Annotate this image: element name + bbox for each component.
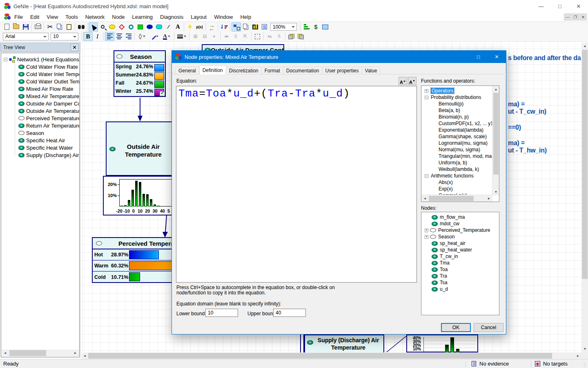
equation-input[interactable]: Tma=Toa*u_d+(Tra-Tra*u_d) [176, 86, 417, 283]
chart-window-button[interactable] [250, 22, 260, 31]
menu-file[interactable]: File [11, 13, 27, 21]
canvas-horizontal-scrollbar[interactable]: ◄ ► [81, 352, 581, 359]
print-button[interactable] [33, 22, 42, 31]
function-item[interactable]: Weibull(lambda, k) [421, 166, 499, 173]
tab-discretization[interactable]: Discretization [226, 67, 262, 74]
function-item[interactable]: CustomPDF(x1, x2, ... y1, y2, ... [421, 120, 499, 127]
font-select[interactable]: Arial [3, 33, 49, 40]
line-style-button[interactable] [176, 32, 188, 41]
bar-chart-view-button[interactable] [302, 22, 311, 31]
paste-button[interactable] [64, 22, 74, 31]
node-item[interactable]: mdot_cw [421, 220, 499, 227]
copy-button[interactable] [55, 22, 64, 31]
menu-edit[interactable]: Edit [27, 13, 43, 21]
menu-tools[interactable]: Tools [62, 13, 81, 21]
scroll-left-arrow[interactable]: ◄ [421, 195, 428, 202]
node-item[interactable]: sp_heat_air [421, 240, 499, 247]
scroll-up-arrow[interactable]: ▲ [492, 86, 499, 93]
zoom-tool[interactable] [98, 22, 107, 31]
align-right-button[interactable] [124, 32, 133, 41]
equation-node-tool[interactable] [126, 22, 136, 31]
scroll-up-arrow[interactable]: ▲ [581, 43, 588, 49]
node-supply-air-temperature[interactable]: Supply (Discharge) AirTemperature [304, 334, 384, 352]
function-group[interactable]: −Probability distributions [421, 94, 499, 101]
functions-horizontal-scrollbar[interactable]: ◄ ► [421, 195, 492, 202]
table-view-button[interactable] [321, 22, 330, 31]
invert-arc-button[interactable]: →← [207, 22, 216, 31]
scroll-down-arrow[interactable]: ▼ [492, 188, 499, 195]
function-item[interactable]: Exponential(lambda) [421, 127, 499, 133]
menu-view[interactable]: View [43, 13, 62, 21]
function-item[interactable]: Exp(x) [421, 186, 499, 192]
menu-help[interactable]: Help [236, 13, 255, 21]
tree-view-close-button[interactable]: ✕ [71, 44, 78, 51]
zoom-select[interactable]: 100% [270, 23, 297, 31]
find-button[interactable] [76, 22, 86, 31]
chance-node-tool[interactable] [107, 22, 117, 31]
tree-item[interactable]: Supply (Discharge) Air Temperature [1, 151, 79, 159]
tree-item[interactable]: Mixed Air Flow Rate [1, 85, 79, 92]
bring-front-button[interactable] [287, 32, 296, 41]
tree-item[interactable]: Specific Heat Water [1, 144, 79, 151]
tree-item[interactable]: Cold Water Outlet Temperature [1, 78, 79, 85]
distribute-horizontal-button[interactable]: ⇹ [222, 32, 231, 41]
spreadsheet-window-button[interactable] [260, 22, 269, 31]
node-item[interactable]: sp_heat_water [421, 247, 499, 253]
menu-window[interactable]: Window [210, 13, 236, 21]
window-maximize-button[interactable]: □ [550, 0, 569, 12]
send-back-button[interactable] [296, 32, 305, 41]
node-item[interactable]: Tma [421, 260, 499, 266]
save-button[interactable] [21, 22, 30, 31]
tree-item[interactable]: Specific Heat Air [1, 137, 79, 144]
decision-node-tool[interactable] [136, 22, 145, 31]
nodes-list[interactable]: m_flow_ma mdot_cw +Perceived_Temperature… [421, 212, 499, 315]
text-tool[interactable]: A [173, 22, 183, 31]
cost-view-button[interactable]: $ [311, 22, 321, 31]
tree-item-network[interactable]: − Network1 (Heat Equations Autodiscretiz… [1, 56, 79, 63]
menu-diagnosis[interactable]: Diagnosis [156, 13, 187, 21]
align-center-button[interactable] [114, 32, 124, 41]
function-item[interactable]: Triangular(min, mod, max) [421, 153, 499, 159]
tree-item[interactable]: Outside Air Damper Control [1, 100, 79, 107]
tab-general[interactable]: General [175, 67, 199, 74]
distribute-vertical-button[interactable]: ⇳ [231, 32, 241, 41]
network-window-button[interactable] [232, 22, 241, 31]
font-size-select[interactable]: 10 [51, 33, 78, 40]
node-item[interactable]: Tsa [421, 279, 499, 286]
function-item[interactable]: Abs(x) [421, 179, 499, 186]
function-item[interactable]: Gamma(shape, scale) [421, 133, 499, 140]
function-group[interactable]: +Operators [421, 88, 499, 94]
dialog-maximize-button[interactable]: □ [469, 51, 488, 63]
utility-node-tool[interactable] [117, 22, 126, 31]
font-smaller-button[interactable]: A▼ [408, 77, 416, 85]
open-button[interactable] [11, 22, 21, 31]
node-item[interactable]: u_d [421, 286, 499, 292]
italic-button[interactable]: I [93, 32, 102, 41]
tab-user-properties[interactable]: User properties [323, 67, 362, 74]
tree-item[interactable]: Cold Water Flow Rate [1, 63, 79, 70]
dialog-close-button[interactable]: ✕ [488, 51, 506, 63]
mdi-close-button[interactable]: ✕ [579, 13, 587, 20]
fill-color-button[interactable]: 🮮 [136, 32, 148, 41]
value-ordering-button[interactable]: ⇃ [219, 22, 229, 31]
functions-vertical-scrollbar[interactable]: ▲ ▼ [492, 86, 499, 195]
tree-horizontal-scrollbar[interactable]: ◄ ► [2, 350, 79, 357]
function-item[interactable]: Normal(mu, sigma) [421, 146, 499, 153]
scroll-left-arrow[interactable]: ◄ [2, 350, 9, 357]
clone-window-button[interactable] [241, 22, 250, 31]
function-item[interactable]: Binomial(n, p) [421, 114, 499, 120]
center-nodes-button[interactable]: ⌖ [209, 32, 219, 41]
dialog-title-bar[interactable]: Node properties: Mixed Air Temperature [172, 51, 506, 63]
function-item[interactable]: Beta(a, b) [421, 107, 499, 114]
align-nodes-left-button[interactable]: ⊞ [191, 32, 200, 41]
function-item[interactable]: Bernoulli(p) [421, 101, 499, 107]
lower-bound-input[interactable] [205, 309, 238, 317]
window-close-button[interactable]: ✕ [569, 0, 588, 12]
node-outside-air-temperature[interactable]: Outside AirTemperature [106, 121, 174, 176]
node-item[interactable]: m_flow_ma [421, 214, 499, 220]
font-larger-button[interactable]: A▲ [399, 77, 407, 85]
scroll-right-arrow[interactable]: ► [575, 352, 581, 359]
node-item[interactable]: +Season [421, 233, 499, 240]
node-item[interactable]: Toa [421, 266, 499, 273]
mdi-minimize-button[interactable]: — [564, 13, 571, 20]
